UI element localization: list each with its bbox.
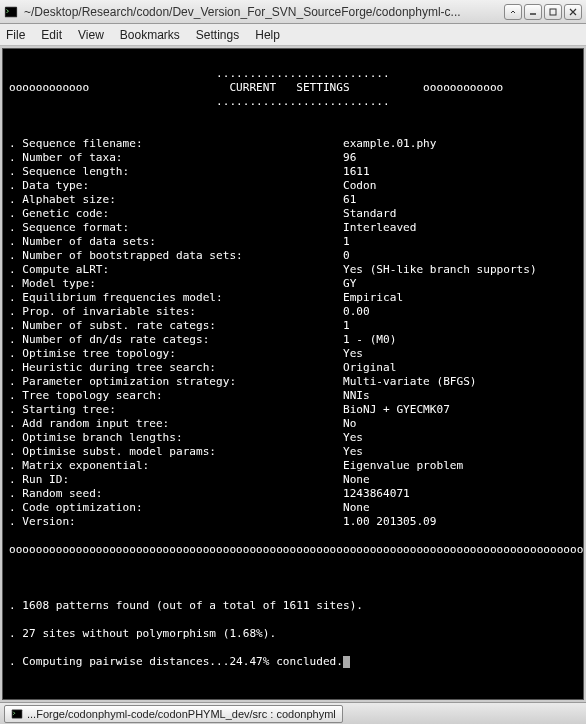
menu-file[interactable]: File (6, 28, 25, 42)
terminal-cursor (343, 656, 350, 668)
window-controls (504, 4, 582, 20)
menu-view[interactable]: View (78, 28, 104, 42)
terminal[interactable]: .......................... oooooooooooo … (2, 48, 584, 700)
close-button[interactable] (564, 4, 582, 20)
svg-rect-3 (550, 9, 556, 15)
window-titlebar: ~/Desktop/Research/codon/Dev_Version_For… (0, 0, 586, 24)
menubar: File Edit View Bookmarks Settings Help (0, 24, 586, 46)
taskbar-item[interactable]: ...Forge/codonphyml-code/codonPHYML_dev/… (4, 705, 343, 723)
terminal-icon (4, 5, 18, 19)
terminal-icon (11, 708, 23, 720)
menu-settings[interactable]: Settings (196, 28, 239, 42)
terminal-container: .......................... oooooooooooo … (0, 46, 586, 702)
minimize2-button[interactable] (524, 4, 542, 20)
menu-edit[interactable]: Edit (41, 28, 62, 42)
taskbar-item-label: ...Forge/codonphyml-code/codonPHYML_dev/… (27, 708, 336, 720)
taskbar: ...Forge/codonphyml-code/codonPHYML_dev/… (0, 702, 586, 724)
menu-help[interactable]: Help (255, 28, 280, 42)
menu-bookmarks[interactable]: Bookmarks (120, 28, 180, 42)
maximize-button[interactable] (544, 4, 562, 20)
window-title: ~/Desktop/Research/codon/Dev_Version_For… (24, 5, 504, 19)
minimize-button[interactable] (504, 4, 522, 20)
